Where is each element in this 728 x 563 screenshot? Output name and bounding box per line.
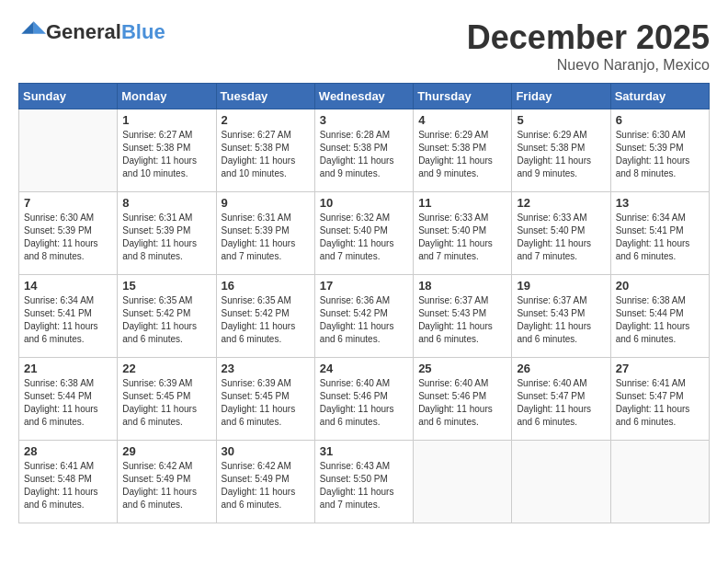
calendar-cell: 22Sunrise: 6:39 AMSunset: 5:45 PMDayligh… — [118, 358, 216, 441]
day-number: 14 — [24, 279, 112, 293]
day-number: 24 — [320, 362, 408, 375]
day-info: Sunrise: 6:35 AMSunset: 5:42 PMDaylight:… — [222, 294, 310, 346]
day-info: Sunrise: 6:37 AMSunset: 5:43 PMDaylight:… — [418, 294, 506, 346]
day-number: 1 — [122, 113, 210, 127]
day-info: Sunrise: 6:31 AMSunset: 5:39 PMDaylight:… — [222, 212, 310, 263]
location-text: Nuevo Naranjo, Mexico — [467, 57, 710, 74]
day-number: 8 — [122, 196, 210, 210]
day-number: 7 — [24, 196, 112, 210]
weekday-header-friday: Friday — [512, 84, 610, 109]
calendar-cell: 21Sunrise: 6:38 AMSunset: 5:44 PMDayligh… — [19, 358, 118, 441]
weekday-header-row: SundayMondayTuesdayWednesdayThursdayFrid… — [19, 84, 710, 109]
day-info: Sunrise: 6:41 AMSunset: 5:47 PMDaylight:… — [616, 377, 704, 429]
weekday-header-saturday: Saturday — [610, 84, 709, 109]
weekday-header-monday: Monday — [118, 84, 216, 109]
day-info: Sunrise: 6:38 AMSunset: 5:44 PMDaylight:… — [24, 377, 112, 429]
calendar-cell: 16Sunrise: 6:35 AMSunset: 5:42 PMDayligh… — [216, 275, 314, 358]
day-info: Sunrise: 6:32 AMSunset: 5:40 PMDaylight:… — [320, 212, 408, 263]
calendar-cell: 17Sunrise: 6:36 AMSunset: 5:42 PMDayligh… — [314, 275, 413, 358]
svg-marker-1 — [21, 21, 33, 33]
calendar-cell: 3Sunrise: 6:28 AMSunset: 5:38 PMDaylight… — [314, 109, 413, 192]
calendar-week-5: 28Sunrise: 6:41 AMSunset: 5:48 PMDayligh… — [19, 441, 710, 523]
calendar-cell: 28Sunrise: 6:41 AMSunset: 5:48 PMDayligh… — [19, 441, 118, 523]
calendar-table: SundayMondayTuesdayWednesdayThursdayFrid… — [18, 83, 710, 523]
day-info: Sunrise: 6:31 AMSunset: 5:39 PMDaylight:… — [122, 212, 210, 263]
day-info: Sunrise: 6:39 AMSunset: 5:45 PMDaylight:… — [122, 377, 210, 429]
day-number: 15 — [122, 279, 210, 293]
day-info: Sunrise: 6:30 AMSunset: 5:39 PMDaylight:… — [616, 129, 704, 180]
day-number: 21 — [24, 362, 112, 375]
day-info: Sunrise: 6:27 AMSunset: 5:38 PMDaylight:… — [222, 129, 310, 180]
day-info: Sunrise: 6:40 AMSunset: 5:46 PMDaylight:… — [320, 377, 408, 429]
day-info: Sunrise: 6:42 AMSunset: 5:49 PMDaylight:… — [222, 460, 310, 511]
day-info: Sunrise: 6:38 AMSunset: 5:44 PMDaylight:… — [616, 294, 704, 346]
logo-general-text: General — [46, 20, 121, 43]
day-number: 4 — [418, 113, 506, 127]
day-number: 26 — [517, 362, 605, 375]
calendar-cell: 23Sunrise: 6:39 AMSunset: 5:45 PMDayligh… — [216, 358, 314, 441]
calendar-cell: 1Sunrise: 6:27 AMSunset: 5:38 PMDaylight… — [118, 109, 216, 192]
calendar-cell: 13Sunrise: 6:34 AMSunset: 5:41 PMDayligh… — [610, 192, 709, 275]
day-info: Sunrise: 6:33 AMSunset: 5:40 PMDaylight:… — [418, 212, 506, 263]
calendar-cell: 11Sunrise: 6:33 AMSunset: 5:40 PMDayligh… — [414, 192, 512, 275]
calendar-cell — [610, 441, 709, 523]
day-number: 28 — [24, 444, 112, 458]
day-info: Sunrise: 6:34 AMSunset: 5:41 PMDaylight:… — [616, 212, 704, 263]
day-number: 9 — [222, 196, 310, 210]
calendar-cell: 7Sunrise: 6:30 AMSunset: 5:39 PMDaylight… — [19, 192, 118, 275]
day-number: 16 — [222, 279, 310, 293]
calendar-cell: 20Sunrise: 6:38 AMSunset: 5:44 PMDayligh… — [610, 275, 709, 358]
calendar-week-4: 21Sunrise: 6:38 AMSunset: 5:44 PMDayligh… — [19, 358, 710, 441]
day-number: 25 — [418, 362, 506, 375]
svg-marker-0 — [34, 21, 46, 33]
day-number: 20 — [616, 279, 704, 293]
day-number: 11 — [418, 196, 506, 210]
calendar-cell: 31Sunrise: 6:43 AMSunset: 5:50 PMDayligh… — [314, 441, 413, 523]
day-info: Sunrise: 6:30 AMSunset: 5:39 PMDaylight:… — [24, 212, 112, 263]
day-number: 19 — [517, 279, 605, 293]
day-number: 23 — [222, 362, 310, 375]
day-number: 12 — [517, 196, 605, 210]
calendar-cell: 12Sunrise: 6:33 AMSunset: 5:40 PMDayligh… — [512, 192, 610, 275]
logo-blue-text: Blue — [121, 20, 165, 43]
calendar-cell: 25Sunrise: 6:40 AMSunset: 5:46 PMDayligh… — [414, 358, 512, 441]
month-title: December 2025 — [467, 18, 710, 57]
calendar-week-1: 1Sunrise: 6:27 AMSunset: 5:38 PMDaylight… — [19, 109, 710, 192]
day-info: Sunrise: 6:37 AMSunset: 5:43 PMDaylight:… — [517, 294, 605, 346]
weekday-header-thursday: Thursday — [414, 84, 512, 109]
day-number: 22 — [122, 362, 210, 375]
day-number: 5 — [517, 113, 605, 127]
weekday-header-sunday: Sunday — [19, 84, 118, 109]
day-info: Sunrise: 6:40 AMSunset: 5:46 PMDaylight:… — [418, 377, 506, 429]
day-number: 27 — [616, 362, 704, 375]
day-info: Sunrise: 6:29 AMSunset: 5:38 PMDaylight:… — [418, 129, 506, 180]
calendar-week-3: 14Sunrise: 6:34 AMSunset: 5:41 PMDayligh… — [19, 275, 710, 358]
day-number: 31 — [320, 444, 408, 458]
calendar-cell: 14Sunrise: 6:34 AMSunset: 5:41 PMDayligh… — [19, 275, 118, 358]
calendar-cell: 24Sunrise: 6:40 AMSunset: 5:46 PMDayligh… — [314, 358, 413, 441]
day-number: 2 — [222, 113, 310, 127]
calendar-cell: 4Sunrise: 6:29 AMSunset: 5:38 PMDaylight… — [414, 109, 512, 192]
calendar-cell — [414, 441, 512, 523]
day-info: Sunrise: 6:29 AMSunset: 5:38 PMDaylight:… — [517, 129, 605, 180]
calendar-cell — [512, 441, 610, 523]
day-number: 10 — [320, 196, 408, 210]
day-info: Sunrise: 6:28 AMSunset: 5:38 PMDaylight:… — [320, 129, 408, 180]
logo: GeneralBlue — [18, 18, 165, 46]
calendar-cell: 10Sunrise: 6:32 AMSunset: 5:40 PMDayligh… — [314, 192, 413, 275]
weekday-header-tuesday: Tuesday — [216, 84, 314, 109]
calendar-cell: 29Sunrise: 6:42 AMSunset: 5:49 PMDayligh… — [118, 441, 216, 523]
calendar-cell: 26Sunrise: 6:40 AMSunset: 5:47 PMDayligh… — [512, 358, 610, 441]
calendar-cell: 2Sunrise: 6:27 AMSunset: 5:38 PMDaylight… — [216, 109, 314, 192]
page-header: GeneralBlue December 2025 Nuevo Naranjo,… — [18, 18, 710, 74]
calendar-cell: 6Sunrise: 6:30 AMSunset: 5:39 PMDaylight… — [610, 109, 709, 192]
calendar-cell: 18Sunrise: 6:37 AMSunset: 5:43 PMDayligh… — [414, 275, 512, 358]
calendar-cell: 30Sunrise: 6:42 AMSunset: 5:49 PMDayligh… — [216, 441, 314, 523]
day-number: 13 — [616, 196, 704, 210]
calendar-cell: 15Sunrise: 6:35 AMSunset: 5:42 PMDayligh… — [118, 275, 216, 358]
calendar-cell: 9Sunrise: 6:31 AMSunset: 5:39 PMDaylight… — [216, 192, 314, 275]
day-info: Sunrise: 6:34 AMSunset: 5:41 PMDaylight:… — [24, 294, 112, 346]
calendar-cell: 5Sunrise: 6:29 AMSunset: 5:38 PMDaylight… — [512, 109, 610, 192]
day-info: Sunrise: 6:42 AMSunset: 5:49 PMDaylight:… — [122, 460, 210, 511]
calendar-cell: 27Sunrise: 6:41 AMSunset: 5:47 PMDayligh… — [610, 358, 709, 441]
